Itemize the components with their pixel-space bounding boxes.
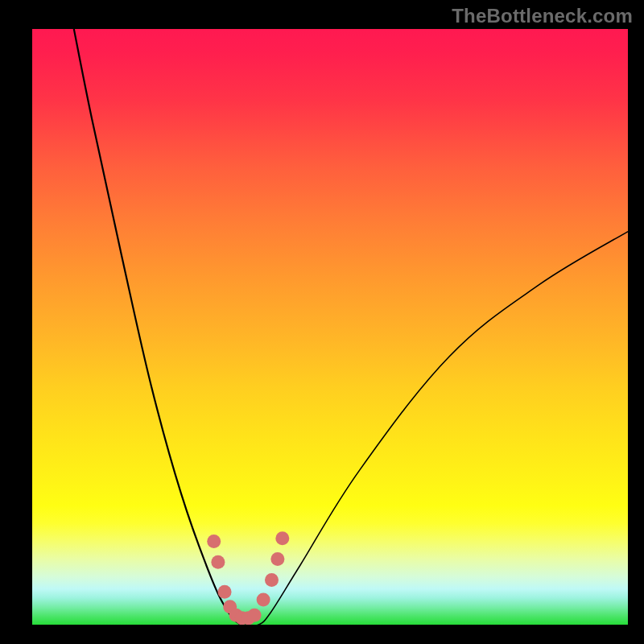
right-curve — [246, 232, 628, 625]
valley-marker — [248, 609, 262, 622]
chart-frame: TheBottleneck.com — [0, 0, 644, 644]
valley-marker — [211, 555, 225, 569]
valley-marker-group — [207, 531, 289, 625]
left-curve — [74, 29, 247, 625]
valley-marker — [257, 592, 270, 606]
valley-marker — [270, 552, 284, 566]
valley-marker — [265, 573, 279, 587]
valley-marker — [218, 585, 232, 599]
chart-svg — [32, 29, 628, 625]
valley-marker — [207, 535, 221, 548]
valley-marker — [275, 531, 289, 545]
watermark-text: TheBottleneck.com — [452, 5, 633, 27]
plot-area — [32, 29, 628, 625]
